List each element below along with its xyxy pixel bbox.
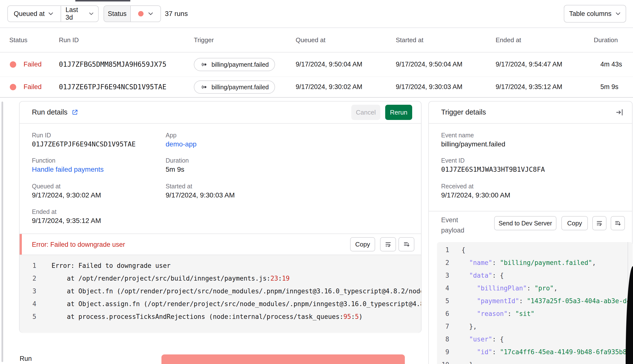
- code-line: 4 "billingPlan": "pro",: [437, 282, 632, 294]
- table-columns-button[interactable]: Table columns: [564, 5, 626, 22]
- line-content: "id": "17ca4ff6-45ea-4149-9b48-6fa935b83…: [462, 348, 632, 356]
- line-content: at Object.fn (/opt/render/project/src/no…: [52, 288, 421, 295]
- scroll-bottom-button[interactable]: [611, 216, 625, 230]
- col-header-duration[interactable]: Duration: [594, 36, 618, 44]
- col-header-ended[interactable]: Ended at: [496, 36, 521, 44]
- code-line: 3 at Object.fn (/opt/render/project/src/…: [20, 285, 421, 298]
- received-value: 9/17/2024, 9:30:00 AM: [441, 191, 510, 199]
- app-link[interactable]: demo-app: [166, 140, 196, 148]
- time-range-label: Last 3d: [66, 6, 86, 21]
- received-label: Received at: [441, 183, 474, 190]
- line-number: 8: [437, 336, 449, 343]
- collapse-panel-button[interactable]: [615, 108, 625, 117]
- code-line: 9 "id": "17ca4ff6-45ea-4149-9b48-6fa935b…: [437, 346, 632, 358]
- code-line: 6 "reason": "sit": [437, 307, 632, 320]
- time-range-filter-button[interactable]: Last 3d: [60, 6, 98, 22]
- line-content: at process.processTicksAndRejections (no…: [52, 313, 363, 320]
- error-accent-stripe: [20, 234, 22, 254]
- started-value: 9/17/2024, 9:30:03 AM: [166, 191, 235, 199]
- col-header-trigger[interactable]: Trigger: [194, 36, 214, 44]
- function-link[interactable]: Handle failed payments: [32, 166, 104, 174]
- scroll-bottom-button[interactable]: [398, 237, 414, 252]
- line-content: "name": "billing/payment.failed",: [462, 259, 596, 266]
- line-number: 5: [437, 297, 449, 305]
- lines-down-arrow-icon: [403, 241, 410, 248]
- line-number: 1: [20, 262, 36, 269]
- code-line: 4 at Object.assign.fn (/opt/render/proje…: [20, 298, 421, 310]
- line-number: 7: [437, 323, 449, 330]
- table-row[interactable]: Failed 01J7ZFBG5DMM85MJA9H659JX75 billin…: [0, 52, 633, 76]
- status-filter-value-button[interactable]: [130, 6, 160, 22]
- ended-at-cell: 9/17/2024, 9:54:47 AM: [496, 60, 562, 68]
- col-header-run-id[interactable]: Run ID: [59, 36, 79, 44]
- run-details-title: Run details: [32, 108, 68, 116]
- duration-value: 5m 9s: [166, 166, 184, 174]
- send-to-dev-server-button[interactable]: Send to Dev Server: [494, 216, 556, 230]
- trigger-details-panel: Trigger details Event name billing/payme…: [428, 101, 632, 364]
- event-id-label: Event ID: [441, 157, 465, 164]
- event-trigger-icon: [200, 83, 208, 91]
- wrap-text-button[interactable]: [592, 216, 606, 230]
- trigger-details-title-row: Trigger details: [441, 108, 486, 116]
- run-details-card: Run details Cancel Rerun Run ID 01J7ZE6T…: [19, 101, 422, 332]
- drawer-scrollbar[interactable]: [2, 102, 3, 362]
- chevron-down-icon: [615, 12, 621, 16]
- queued-value: 9/17/2024, 9:30:02 AM: [32, 191, 101, 199]
- duration-label: Duration: [166, 157, 189, 164]
- app-label: App: [166, 132, 176, 139]
- function-label: Function: [32, 157, 56, 164]
- line-content: },: [462, 323, 477, 330]
- trigger-details-title: Trigger details: [441, 108, 486, 116]
- code-line: 8 "user": {: [437, 333, 632, 346]
- collapse-right-icon: [616, 108, 624, 116]
- code-line: 2 at /opt/render/project/src/build/innge…: [20, 272, 421, 285]
- timeline-run-label[interactable]: Run: [20, 355, 32, 362]
- table-row[interactable]: Failed 01J7ZE6TPJF6E94NCSD1V95TAE billin…: [0, 77, 633, 97]
- external-link-icon[interactable]: [72, 109, 78, 116]
- runs-page: Queued at Last 3d Status 37 runs Table c…: [0, 0, 633, 364]
- duration-cell: 5m 9s: [600, 83, 618, 91]
- trigger-pill: billing/payment.failed: [194, 58, 275, 71]
- wrap-text-icon: [596, 220, 603, 227]
- col-header-started[interactable]: Started at: [396, 36, 424, 44]
- line-number: 5: [20, 313, 36, 320]
- timeline-run-bar[interactable]: [162, 354, 405, 364]
- col-header-status[interactable]: Status: [9, 36, 28, 44]
- runs-count: 37 runs: [165, 10, 188, 18]
- run-id-cell: 01J7ZE6TPJF6E94NCSD1V95TAE: [59, 83, 166, 91]
- line-content: "paymentId": "1437a25f-05a3-404a-ab3e-d4…: [462, 297, 632, 305]
- line-content: {: [462, 246, 466, 254]
- line-content: at /opt/render/project/src/build/inngest…: [52, 275, 290, 282]
- run-id-cell: 01J7ZFBG5DMM85MJA9H659JX75: [59, 60, 166, 68]
- ended-label: Ended at: [32, 208, 56, 215]
- started-at-cell: 9/17/2024, 9:50:04 AM: [396, 60, 462, 68]
- failed-status-dot: [138, 11, 144, 16]
- run-id-value: 01J7ZE6TPJF6E94NCSD1V95TAE: [32, 140, 136, 148]
- time-field-filter-button[interactable]: Queued at: [8, 6, 60, 22]
- code-line: 2 "name": "billing/payment.failed",: [437, 256, 632, 269]
- code-line: 3 "data": {: [437, 269, 632, 282]
- wrap-text-button[interactable]: [380, 237, 396, 252]
- event-id-value: 01J7ZE6S1MJWA33HT9B1VJC8FA: [441, 166, 545, 173]
- top-tab-indicator: [75, 0, 130, 2]
- topbar-divider: [0, 28, 633, 28]
- trigger-name: billing/payment.failed: [212, 61, 269, 68]
- line-number: 10: [437, 361, 449, 364]
- line-content: "billingPlan": "pro",: [462, 284, 558, 292]
- time-field-label: Queued at: [14, 10, 45, 18]
- rerun-button[interactable]: Rerun: [385, 105, 412, 120]
- line-number: 4: [437, 284, 449, 292]
- trigger-name: billing/payment.failed: [212, 84, 269, 91]
- col-header-queued[interactable]: Queued at: [296, 36, 325, 44]
- copy-error-button[interactable]: Copy: [350, 237, 375, 252]
- line-content: Error: Failed to downgrade user: [52, 262, 170, 269]
- line-content: "user": {: [462, 336, 504, 343]
- event-trigger-icon: [200, 60, 208, 68]
- event-payload-code[interactable]: 1{2 "name": "billing/payment.failed",3 "…: [437, 242, 632, 364]
- code-line: 1Error: Failed to downgrade user: [20, 259, 421, 272]
- failed-status-dot: [10, 61, 16, 68]
- status-filter-label: Status: [104, 6, 130, 22]
- cancel-button[interactable]: Cancel: [351, 105, 380, 120]
- copy-payload-button[interactable]: Copy: [561, 216, 588, 230]
- stack-trace-code[interactable]: 1Error: Failed to downgrade user2 at /op…: [20, 254, 421, 332]
